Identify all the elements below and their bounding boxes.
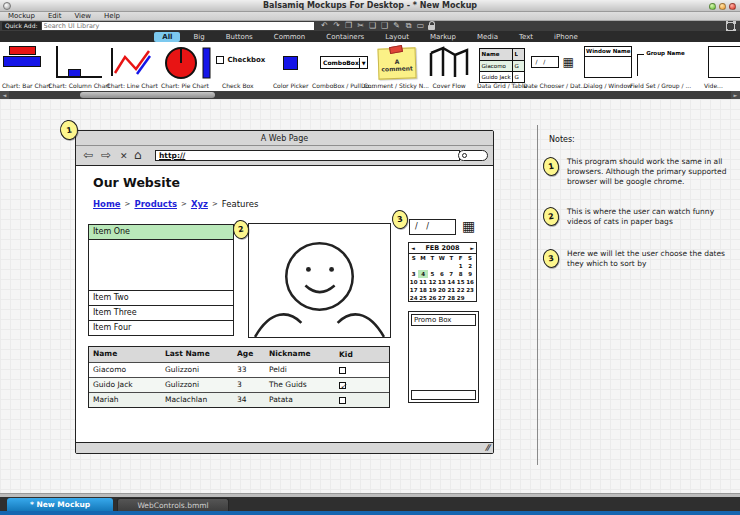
library-item-line-chart[interactable]: Chart: Line Chart [106,42,159,91]
calendar-day[interactable]: 22 [456,286,465,294]
undo-icon[interactable]: ↶ [320,21,330,31]
breadcrumb-link[interactable]: Home [93,199,121,209]
note-item-2[interactable]: 2 This is where the user can watch funny… [543,207,735,227]
note-item-1[interactable]: 1 This program should work the same in a… [543,157,735,187]
library-item-color-picker[interactable]: Color Picker [264,42,317,91]
calendar-day[interactable]: 3 [409,270,418,278]
pencil-icon[interactable]: ✎ [392,21,402,31]
calendar-widget[interactable]: ◄ FEB 2008 ► SMTWTFS 1234567891011121314… [408,242,477,302]
note-marker-3[interactable]: 3 [541,248,560,269]
list-item[interactable]: Item Two [89,290,233,305]
calendar-day[interactable]: 24 [409,294,418,302]
tab-text[interactable]: Text [511,32,541,42]
cut-icon[interactable]: ✂ [356,21,366,31]
redo-icon[interactable]: ↷ [332,21,342,31]
calendar-day[interactable]: 15 [456,278,465,286]
tab-big[interactable]: Big [185,32,212,42]
table-row[interactable]: Giacomo Gulizzoni 33 Peldi [89,362,389,377]
library-item-data-grid[interactable]: Name L Giacomo G Guido Jack G Data Grid … [476,42,529,91]
search-input[interactable] [42,22,314,30]
tab-common[interactable]: Common [266,32,314,42]
tab-iphone[interactable]: iPhone [546,32,586,42]
notes-title[interactable]: Notes: [549,135,575,144]
breadcrumb-link[interactable]: Products [134,199,177,209]
calendar-prev-icon[interactable]: ◄ [411,245,415,251]
ungroup-icon[interactable]: ▭ [416,21,426,31]
list-item-selected[interactable]: Item One [89,225,233,240]
kid-checkbox[interactable] [339,397,346,404]
list-widget[interactable]: Item One Item Two Item Three Item Four [88,224,234,336]
mockup-canvas[interactable]: 1 2 3 A Web Page ⇦ ⇨ ✕ ⌂ http:// Our Web… [0,99,740,493]
library-item-check-box[interactable]: Checkbox Check Box [211,42,264,91]
library-item-video[interactable]: Vide... [687,42,740,91]
calendar-day[interactable]: 12 [428,278,437,286]
list-item[interactable]: Item Four [89,320,233,335]
calendar-day[interactable]: 1 [456,262,465,270]
scroll-right-icon[interactable]: ► [731,91,740,99]
library-item-cover-flow[interactable]: Cover Flow [423,42,476,91]
tab-media[interactable]: Media [469,32,506,42]
kid-checkbox[interactable] [339,382,346,389]
tab-markup[interactable]: Markup [422,32,464,42]
calendar-day[interactable]: 19 [428,286,437,294]
menu-edit[interactable]: Edit [48,12,62,21]
table-row[interactable]: Guido Jack Gulizzoni 3 The Guids [89,377,389,392]
scroll-left-icon[interactable]: ◄ [0,91,9,99]
calendar-next-icon[interactable]: ► [470,245,474,251]
calendar-day[interactable]: 5 [428,270,437,278]
calendar-day[interactable]: 18 [418,286,427,294]
menu-help[interactable]: Help [104,12,120,21]
calendar-day[interactable]: 11 [418,278,427,286]
library-item-bar-chart[interactable]: Chart: Bar Chart [0,42,53,91]
data-grid-widget[interactable]: Name Last Name Age Nickname Kid Giacomo … [88,346,390,408]
url-field[interactable]: http:// [155,150,460,161]
menu-view[interactable]: View [74,12,91,21]
library-item-pie-chart[interactable]: Chart: Pie Chart [159,42,212,91]
note-marker-2[interactable]: 2 [541,206,560,227]
scrollbar-thumb[interactable] [80,92,215,98]
calendar-day[interactable]: 7 [447,270,456,278]
table-row[interactable]: Mariah Maclachlan 34 Patata [89,392,389,407]
tab-buttons[interactable]: Buttons [218,32,261,42]
tab-new-mockup[interactable]: * New Mockup [7,498,113,511]
breadcrumb-link[interactable]: Xyz [191,199,208,209]
browser-nav-bar[interactable]: ⇦ ⇨ ✕ ⌂ http:// [76,146,493,166]
transform-icon[interactable] [726,22,735,31]
duplicate-icon[interactable]: ❐ [344,21,354,31]
note-item-3[interactable]: 3 Here we will let the user choose the d… [543,249,735,269]
kid-checkbox[interactable] [339,367,346,374]
image-placeholder-widget[interactable] [248,223,391,338]
calendar-day[interactable]: 25 [418,294,427,302]
lock-icon[interactable] [428,25,435,30]
breadcrumb[interactable]: Home > Products > Xyz > Features [93,199,258,209]
calendar-day[interactable]: 13 [437,278,446,286]
calendar-day[interactable]: 10 [409,278,418,286]
library-item-column-chart[interactable]: Chart: Column Chart [53,42,106,91]
calendar-day[interactable]: 21 [447,286,456,294]
browser-window-widget[interactable]: A Web Page ⇦ ⇨ ✕ ⌂ http:// Our Website H… [75,130,494,454]
promo-box-widget[interactable]: Promo Box [408,311,479,403]
date-input-widget[interactable]: / / [409,219,456,235]
calendar-day[interactable]: 9 [465,270,474,278]
tab-layout[interactable]: Layout [377,32,417,42]
close-button[interactable] [729,3,736,10]
calendar-day[interactable]: 29 [456,294,465,302]
library-item-dialog-window[interactable]: Window Name Dialog / Window [581,42,634,91]
calendar-day[interactable]: 14 [447,278,456,286]
minimize-button[interactable] [709,3,716,10]
calendar-day[interactable]: 2 [465,262,474,270]
browser-search-field[interactable] [458,150,488,161]
calendar-day[interactable]: 16 [465,278,474,286]
note-marker-1[interactable]: 1 [541,156,560,177]
calendar-day[interactable]: 27 [437,294,446,302]
calendar-day[interactable]: 17 [409,286,418,294]
calendar-day[interactable]: 26 [428,294,437,302]
calendar-button[interactable]: ▦ [462,218,475,234]
tab-webcontrols[interactable]: WebControls.bmml [117,498,229,511]
calendar-day[interactable]: 20 [437,286,446,294]
calendar-day[interactable]: 8 [456,270,465,278]
paste-icon[interactable]: ❑ [380,21,390,31]
browser-title-bar[interactable]: A Web Page [76,131,493,146]
group-icon[interactable]: ⧉ [404,21,414,31]
copy-icon[interactable]: ❏ [368,21,378,31]
